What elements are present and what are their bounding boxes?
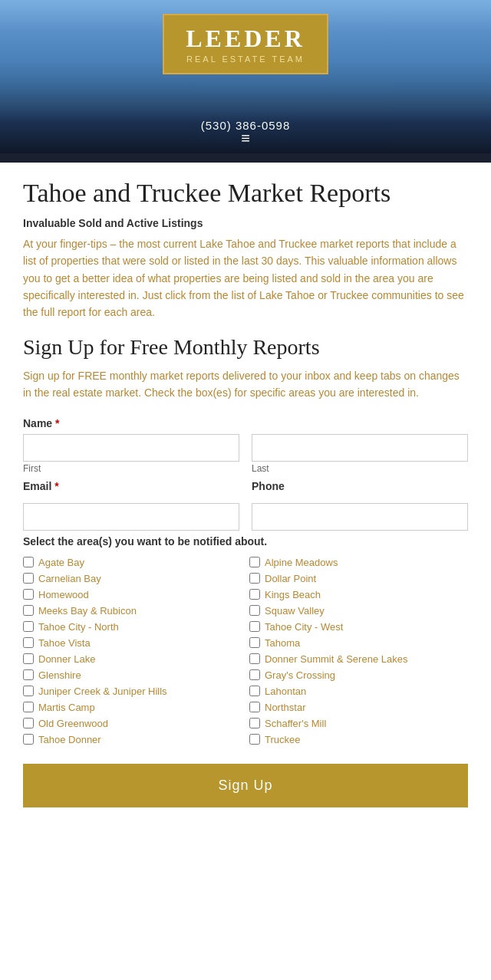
subtitle-bold: Invaluable Sold and Active Listings <box>23 217 468 229</box>
phone-input[interactable] <box>252 503 468 531</box>
label-tahoe-vista: Tahoe Vista <box>38 637 91 649</box>
last-name-group: Last <box>252 434 468 474</box>
checkbox-alpine-meadows[interactable] <box>249 557 260 567</box>
label-tahoe-city-north: Tahoe City - North <box>38 621 119 633</box>
checkbox-item-tahoe-donner: Tahoe Donner <box>23 734 242 745</box>
checkbox-grays-crossing[interactable] <box>249 669 260 680</box>
checkbox-item-meeks-bay-rubicon: Meeks Bay & Rubicon <box>23 605 242 617</box>
checkbox-item-alpine-meadows: Alpine Meadows <box>249 557 468 568</box>
checkbox-tahoe-city-west[interactable] <box>249 621 260 632</box>
label-homewood: Homewood <box>38 589 89 600</box>
email-phone-labels: Email * Phone <box>23 480 468 492</box>
checkbox-old-greenwood[interactable] <box>23 718 34 728</box>
email-group <box>23 503 239 531</box>
checkbox-meeks-bay-rubicon[interactable] <box>23 605 34 616</box>
logo-box: LEEDER REAL ESTATE TEAM <box>163 14 328 74</box>
signup-button[interactable]: Sign Up <box>23 764 468 807</box>
checkbox-item-juniper-creek-hills: Juniper Creek & Juniper Hills <box>23 686 242 697</box>
checkbox-tahoe-donner[interactable] <box>23 734 34 745</box>
label-donner-summit-serene-lakes: Donner Summit & Serene Lakes <box>265 653 407 665</box>
label-agate-bay: Agate Bay <box>38 557 84 568</box>
first-name-input[interactable] <box>23 434 239 462</box>
checkbox-item-northstar: Northstar <box>249 702 468 713</box>
areas-grid: Agate BayAlpine MeadowsCarnelian BayDoll… <box>23 557 468 745</box>
label-donner-lake: Donner Lake <box>38 653 95 665</box>
checkbox-item-glenshire: Glenshire <box>23 669 242 681</box>
checkbox-item-donner-summit-serene-lakes: Donner Summit & Serene Lakes <box>249 653 468 665</box>
checkbox-donner-summit-serene-lakes[interactable] <box>249 653 260 664</box>
label-lahontan: Lahontan <box>265 686 306 697</box>
label-tahoma: Tahoma <box>265 637 300 649</box>
name-label: Name * <box>23 417 468 429</box>
checkbox-tahoe-city-north[interactable] <box>23 621 34 632</box>
intro-text: At your finger-tips – the most current L… <box>23 235 468 321</box>
label-tahoe-city-west: Tahoe City - West <box>265 621 343 633</box>
checkbox-dollar-point[interactable] <box>249 573 260 584</box>
label-alpine-meadows: Alpine Meadows <box>265 557 338 568</box>
name-required-star: * <box>52 417 59 429</box>
checkbox-item-dollar-point: Dollar Point <box>249 573 468 584</box>
first-hint: First <box>23 463 239 474</box>
checkbox-item-tahoe-city-north: Tahoe City - North <box>23 621 242 633</box>
checkbox-item-truckee: Truckee <box>249 734 468 745</box>
label-meeks-bay-rubicon: Meeks Bay & Rubicon <box>38 605 137 617</box>
checkbox-lahontan[interactable] <box>249 686 260 696</box>
checkbox-item-schaffers-mill: Schaffer's Mill <box>249 718 468 729</box>
checkbox-item-old-greenwood: Old Greenwood <box>23 718 242 729</box>
label-old-greenwood: Old Greenwood <box>38 718 108 729</box>
phone-label: Phone <box>252 480 468 492</box>
checkbox-tahoma[interactable] <box>249 637 260 648</box>
checkbox-glenshire[interactable] <box>23 669 34 680</box>
header-dark-bar <box>0 153 491 163</box>
checkbox-schaffers-mill[interactable] <box>249 718 260 728</box>
label-northstar: Northstar <box>265 702 305 713</box>
last-name-input[interactable] <box>252 434 468 462</box>
checkbox-item-tahoe-vista: Tahoe Vista <box>23 637 242 649</box>
checkbox-juniper-creek-hills[interactable] <box>23 686 34 696</box>
label-tahoe-donner: Tahoe Donner <box>38 734 101 745</box>
checkbox-homewood[interactable] <box>23 589 34 600</box>
checkbox-item-carnelian-bay: Carnelian Bay <box>23 573 242 584</box>
checkbox-item-donner-lake: Donner Lake <box>23 653 242 665</box>
checkbox-item-kings-beach: Kings Beach <box>249 589 468 600</box>
label-grays-crossing: Gray's Crossing <box>265 669 335 681</box>
checkbox-northstar[interactable] <box>249 702 260 712</box>
label-schaffers-mill: Schaffer's Mill <box>265 718 326 729</box>
section-title: Sign Up for Free Monthly Reports <box>23 335 468 360</box>
checkbox-item-squaw-valley: Squaw Valley <box>249 605 468 617</box>
first-name-group: First <box>23 434 239 474</box>
label-glenshire: Glenshire <box>38 669 81 681</box>
checkbox-item-agate-bay: Agate Bay <box>23 557 242 568</box>
select-areas-label: Select the area(s) you want to be notifi… <box>23 535 468 548</box>
logo-subtitle: REAL ESTATE TEAM <box>186 54 305 64</box>
email-label: Email * <box>23 480 239 492</box>
hamburger-menu-icon[interactable]: ≡ <box>241 130 250 147</box>
checkbox-carnelian-bay[interactable] <box>23 573 34 584</box>
checkbox-martis-camp[interactable] <box>23 702 34 712</box>
checkbox-tahoe-vista[interactable] <box>23 637 34 648</box>
checkbox-item-martis-camp: Martis Camp <box>23 702 242 713</box>
phone-group <box>252 503 468 531</box>
label-juniper-creek-hills: Juniper Creek & Juniper Hills <box>38 686 167 697</box>
checkbox-kings-beach[interactable] <box>249 589 260 600</box>
name-row: First Last <box>23 434 468 474</box>
main-content: Tahoe and Truckee Market Reports Invalua… <box>0 163 491 815</box>
email-phone-row <box>23 503 468 531</box>
checkbox-item-lahontan: Lahontan <box>249 686 468 697</box>
email-input[interactable] <box>23 503 239 531</box>
checkbox-item-grays-crossing: Gray's Crossing <box>249 669 468 681</box>
checkbox-truckee[interactable] <box>249 734 260 745</box>
checkbox-squaw-valley[interactable] <box>249 605 260 616</box>
checkbox-item-tahoe-city-west: Tahoe City - West <box>249 621 468 633</box>
label-truckee: Truckee <box>265 734 300 745</box>
checkbox-item-tahoma: Tahoma <box>249 637 468 649</box>
checkbox-donner-lake[interactable] <box>23 653 34 664</box>
label-martis-camp: Martis Camp <box>38 702 95 713</box>
logo-title: LEEDER <box>186 25 305 53</box>
checkbox-item-homewood: Homewood <box>23 589 242 600</box>
checkbox-agate-bay[interactable] <box>23 557 34 567</box>
label-squaw-valley: Squaw Valley <box>265 605 325 617</box>
last-hint: Last <box>252 463 468 474</box>
label-dollar-point: Dollar Point <box>265 573 316 584</box>
signup-form: Name * First Last Email * Phone <box>23 417 468 807</box>
